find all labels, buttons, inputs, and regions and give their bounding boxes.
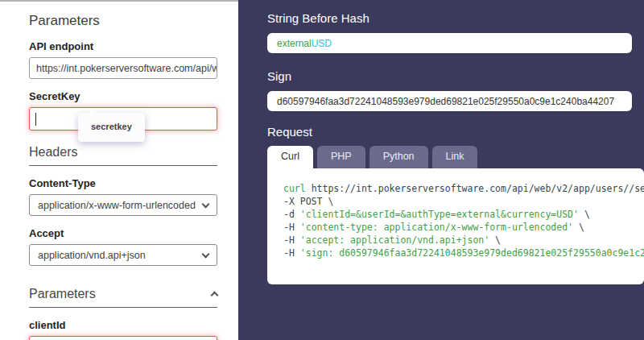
code-token: 'content-type: application/x-www-form-ur…	[300, 222, 573, 233]
tab-link[interactable]: Link	[432, 146, 478, 168]
request-preview-panel: String Before Hash externalUSD Sign d605…	[238, 0, 644, 340]
request-title: Request	[267, 125, 644, 139]
chevron-down-icon	[202, 250, 210, 258]
code-token: https://int.pokerserversoftware.com/api/…	[306, 183, 644, 194]
code-token: 'accept: application/vnd.api+json'	[300, 234, 489, 246]
api-tester-app: Parameters API endpoint https://int.poke…	[0, 0, 644, 340]
chevron-down-icon	[202, 200, 210, 208]
sign-title: Sign	[267, 69, 644, 83]
accept-select[interactable]: application/vnd.api+json	[29, 244, 217, 266]
code-line: -X POST \	[283, 195, 644, 208]
request-tabs: CurlPHPPythonLink	[267, 146, 644, 168]
text-caret	[35, 113, 36, 126]
content-type-select[interactable]: application/x-www-form-urlencoded	[29, 194, 217, 216]
code-token: -d	[283, 209, 300, 220]
code-token: \	[579, 209, 590, 220]
code-token: -H	[283, 234, 300, 246]
parameters-section-title: Parameters	[29, 287, 96, 301]
string-before-hash-part: external	[277, 38, 312, 49]
secret-key-label: SecretKey	[29, 90, 217, 102]
chevron-up-icon[interactable]	[211, 292, 219, 300]
code-token: \	[489, 234, 501, 246]
code-line: -H 'accept: application/vnd.api+json' \	[283, 234, 644, 247]
code-token: \	[573, 222, 584, 233]
api-endpoint-input[interactable]: https://int.pokerserversoftware.com/api/…	[29, 57, 217, 79]
headers-title: Headers	[29, 145, 77, 160]
secret-key-tooltip: secretkey	[78, 113, 145, 142]
code-token: -H	[283, 222, 300, 233]
string-before-hash-title: String Before Hash	[267, 11, 644, 25]
api-endpoint-label: API endpoint	[29, 40, 217, 52]
tooltip-text: secretkey	[91, 122, 132, 131]
string-before-hash-part: USD	[312, 38, 332, 49]
page-title: Parameters	[29, 13, 217, 29]
sign-value-box[interactable]: d60597946faa3d72241048593e979ded69821e02…	[267, 91, 632, 111]
code-line: -H 'content-type: application/x-www-form…	[283, 221, 644, 234]
code-line: -d 'clientId=&userId=&authType=external&…	[283, 208, 644, 221]
sign-value: d60597946faa3d72241048593e979ded69821e02…	[277, 96, 614, 107]
code-token: -H	[283, 247, 300, 259]
tab-curl[interactable]: Curl	[267, 146, 313, 168]
string-before-hash-value-box[interactable]: externalUSD	[267, 33, 632, 53]
accept-label: Accept	[29, 227, 217, 239]
parameters-section-header[interactable]: Parameters	[29, 287, 217, 308]
code-token: curl	[283, 183, 306, 194]
code-line: -H 'sign: d60597946faa3d72241048593e979d…	[283, 247, 644, 259]
api-endpoint-value: https://int.pokerserversoftware.com/api/…	[36, 63, 217, 74]
headers-section-header: Headers	[29, 145, 217, 166]
code-token: 'sign: d60597946faa3d72241048593e979ded6…	[300, 247, 644, 259]
client-id-label: clientId	[29, 319, 217, 331]
curl-code-block: curl https://int.pokerserversoftware.com…	[267, 168, 644, 284]
client-id-input[interactable]	[29, 336, 217, 340]
content-type-value: application/x-www-form-urlencoded	[38, 200, 196, 211]
content-type-label: Content-Type	[29, 177, 217, 189]
code-line: curl https://int.pokerserversoftware.com…	[283, 182, 644, 195]
tab-php[interactable]: PHP	[317, 146, 365, 168]
tab-python[interactable]: Python	[369, 146, 428, 168]
parameters-panel: Parameters API endpoint https://int.poke…	[0, 0, 238, 340]
code-token: -X POST \	[283, 196, 333, 207]
code-token: 'clientId=&userId=&authType=external&cur…	[300, 209, 579, 220]
accept-value: application/vnd.api+json	[38, 250, 146, 261]
